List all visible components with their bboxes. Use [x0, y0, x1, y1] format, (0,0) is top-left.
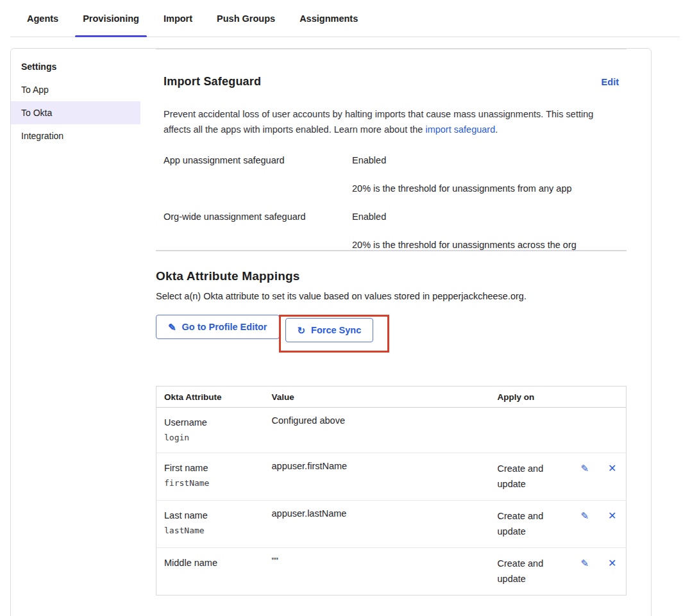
force-sync-button[interactable]: ↻ Force Sync	[285, 318, 374, 342]
tab-push-groups[interactable]: Push Groups	[209, 0, 283, 37]
tab-import[interactable]: Import	[156, 0, 200, 37]
attribute-mappings-table: Okta Attribute Value Apply on Username l…	[156, 386, 627, 595]
description-text: Prevent accidental loss of user accounts…	[164, 109, 593, 135]
col-header-apply-on: Apply on	[490, 387, 566, 408]
mapping-value: ""	[264, 548, 490, 595]
table-row-username: Username login Configured above	[156, 408, 627, 453]
safeguard-status: Enabled	[352, 212, 619, 222]
attribute-variable: login	[164, 431, 257, 444]
attribute-name: Last name	[164, 508, 257, 522]
table-row-last-name: Last name lastName appuser.lastName Crea…	[156, 501, 627, 548]
safeguard-row-app: App unassignment safeguard Enabled 20% i…	[164, 155, 619, 194]
table-header-row: Okta Attribute Value Apply on	[156, 387, 627, 408]
app-tab-bar: Agents Provisioning Import Push Groups A…	[10, 0, 680, 37]
attribute-name: First name	[164, 461, 257, 475]
attribute-name: Username	[164, 415, 257, 429]
apply-on-value	[490, 408, 566, 453]
mapping-value: appuser.firstName	[264, 453, 490, 501]
safeguard-detail: 20% is the threshold for unassignments a…	[352, 240, 619, 250]
attribute-variable: firstName	[164, 477, 257, 490]
attribute-name: Middle name	[164, 556, 257, 570]
sidebar-title: Settings	[11, 55, 140, 78]
apply-on-value: Create and update	[490, 548, 566, 595]
sidebar-item-integration[interactable]: Integration	[11, 124, 140, 147]
remove-mapping-icon[interactable]: ✕	[608, 511, 616, 521]
import-safeguard-link[interactable]: import safeguard	[425, 124, 495, 135]
mappings-subtitle: Select a(n) Okta attribute to set its va…	[156, 291, 627, 301]
edit-mapping-icon[interactable]: ✎	[581, 511, 589, 521]
mappings-title: Okta Attribute Mappings	[156, 269, 627, 283]
refresh-icon: ↻	[298, 326, 306, 335]
button-label: Force Sync	[311, 325, 361, 335]
import-safeguard-section: Import Safeguard Edit Prevent accidental…	[156, 75, 627, 250]
force-sync-highlight-box: ↻ Force Sync	[279, 315, 390, 353]
settings-content: Import Safeguard Edit Prevent accidental…	[140, 49, 651, 616]
safeguard-label: Org-wide unassignment safeguard	[164, 212, 352, 250]
sidebar-item-to-app[interactable]: To App	[11, 78, 140, 101]
mapping-value: appuser.lastName	[264, 501, 490, 548]
go-to-profile-editor-button[interactable]: ✎ Go to Profile Editor	[156, 315, 280, 339]
table-row-middle-name: Middle name "" Create and update ✎ ✕	[156, 548, 627, 595]
okta-attribute-mappings-section: Okta Attribute Mappings Select a(n) Okta…	[156, 269, 627, 595]
description-period: .	[495, 124, 498, 135]
provisioning-card: Settings To App To Okta Integration Impo…	[10, 48, 652, 616]
settings-sidebar: Settings To App To Okta Integration	[11, 49, 140, 616]
safeguard-detail: 20% is the threshold for unassignments f…	[352, 183, 619, 194]
import-safeguard-description: Prevent accidental loss of user accounts…	[164, 106, 612, 137]
section-divider	[156, 49, 627, 49]
section-divider	[156, 251, 627, 251]
apply-on-value: Create and update	[490, 501, 566, 548]
remove-mapping-icon[interactable]: ✕	[608, 463, 616, 474]
apply-on-value: Create and update	[490, 453, 566, 501]
import-safeguard-title: Import Safeguard	[164, 75, 261, 88]
mappings-actions-row: ✎ Go to Profile Editor ↻ Force Sync	[156, 315, 627, 353]
safeguard-row-org: Org-wide unassignment safeguard Enabled …	[164, 212, 619, 250]
attribute-variable: lastName	[164, 524, 257, 537]
table-row-first-name: First name firstName appuser.firstName C…	[156, 453, 627, 501]
pencil-icon: ✎	[168, 322, 176, 332]
edit-mapping-icon[interactable]: ✎	[581, 558, 589, 569]
col-header-okta-attribute: Okta Attribute	[156, 387, 264, 408]
tab-provisioning[interactable]: Provisioning	[75, 0, 147, 37]
sidebar-item-to-okta[interactable]: To Okta	[11, 101, 140, 124]
remove-mapping-icon[interactable]: ✕	[608, 558, 616, 569]
mapping-value: Configured above	[264, 408, 490, 453]
button-label: Go to Profile Editor	[182, 322, 267, 332]
edit-mapping-icon[interactable]: ✎	[581, 463, 589, 474]
safeguard-label: App unassignment safeguard	[164, 155, 352, 194]
tab-agents[interactable]: Agents	[19, 0, 66, 37]
col-header-value: Value	[264, 387, 490, 408]
edit-link[interactable]: Edit	[602, 77, 619, 87]
col-header-actions	[566, 387, 627, 408]
tab-assignments[interactable]: Assignments	[292, 0, 366, 37]
safeguard-status: Enabled	[352, 155, 619, 165]
